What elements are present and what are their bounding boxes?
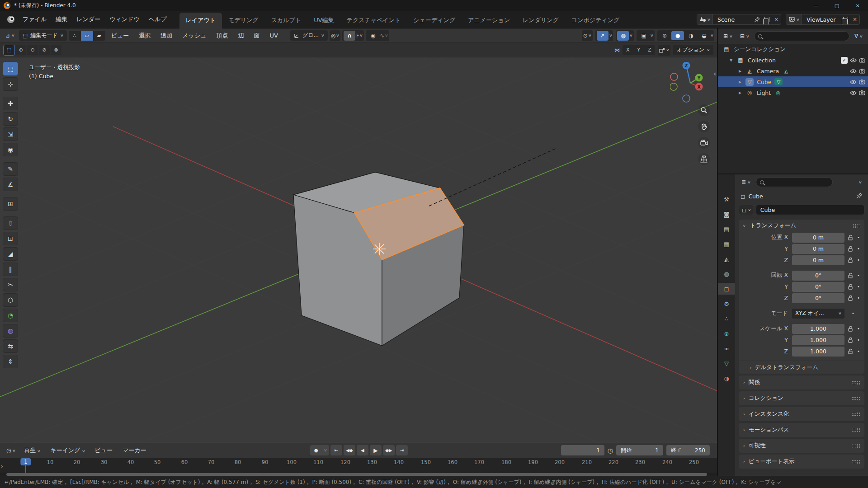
outliner-row[interactable]: ▶ ▽ Cube ▽ xyxy=(718,76,868,87)
lock-toggle[interactable] xyxy=(848,235,853,240)
disable-in-renders-toggle[interactable] xyxy=(859,57,865,63)
snap-toggle[interactable]: ∩ xyxy=(344,31,355,41)
zoom-button[interactable] xyxy=(698,104,710,116)
tool-button[interactable]: ⬡ xyxy=(3,293,18,307)
properties-tab[interactable]: ◙ xyxy=(718,208,735,220)
menu-marker[interactable]: マーカー xyxy=(118,445,151,456)
properties-tab[interactable]: ⚙ xyxy=(718,298,735,310)
current-frame-field[interactable]: 1 xyxy=(561,445,604,455)
workspace-tab[interactable]: コンポジティング xyxy=(565,13,626,28)
tool-button[interactable]: ⬚ xyxy=(3,62,18,75)
outliner-row-scene-collection[interactable]: ▤ シーンコレクション xyxy=(718,44,868,55)
outliner-filter-button[interactable]: ∇∨ xyxy=(852,32,865,41)
drag-handle-icon[interactable] xyxy=(852,224,860,228)
drag-handle-icon[interactable] xyxy=(852,444,860,448)
outliner-editor-type-button[interactable]: ⊞∨ xyxy=(721,32,735,41)
properties-tab[interactable]: ▤ xyxy=(718,223,735,235)
camera-view-button[interactable] xyxy=(698,137,710,149)
outliner-row[interactable]: ▶ ◭ Camera ◭ xyxy=(718,66,868,76)
hide-in-viewport-toggle[interactable] xyxy=(850,58,857,63)
face-select-button[interactable]: ▰ xyxy=(93,31,105,41)
menu-window[interactable]: ウィンドウ xyxy=(105,13,144,26)
blender-app-menu[interactable] xyxy=(4,15,18,24)
menu-edge[interactable]: 辺 xyxy=(234,30,248,42)
workspace-tab[interactable]: レイアウト xyxy=(179,13,222,28)
properties-editor-type-button[interactable]: ≣∨ xyxy=(739,178,753,187)
scene-pin-button[interactable] xyxy=(752,17,762,23)
outliner-search[interactable] xyxy=(754,31,849,41)
outliner-row[interactable]: ▶ ◎ Light ◎ xyxy=(718,87,868,98)
scene-browse-button[interactable]: ∨ xyxy=(697,14,713,24)
breadcrumb-object-name[interactable]: Cube xyxy=(748,193,763,200)
mirror-axis-button[interactable]: Z xyxy=(644,45,655,55)
maximize-button[interactable]: ▢ xyxy=(826,0,847,11)
object-name-field[interactable]: Cube xyxy=(756,205,864,215)
close-button[interactable]: × xyxy=(847,0,868,11)
collapsed-panel-header[interactable]: › 可視性 xyxy=(739,439,864,453)
tool-button[interactable]: ⊞ xyxy=(3,197,18,211)
animate-dot[interactable]: • xyxy=(857,246,860,251)
collection-checkbox[interactable]: ✓ xyxy=(841,57,848,64)
viewlayer-new-copy-button[interactable] xyxy=(841,17,850,22)
scene-unlink-button[interactable]: × xyxy=(772,16,781,23)
hide-in-viewport-toggle[interactable] xyxy=(850,80,857,84)
properties-tab[interactable]: ◍ xyxy=(718,268,735,280)
play-reverse-button[interactable]: ◀ xyxy=(357,445,368,455)
value-slider[interactable]: 0° xyxy=(792,293,844,303)
menu-face[interactable]: 面 xyxy=(250,30,264,42)
properties-tab[interactable]: ∞ xyxy=(718,343,735,354)
timeline-ruler[interactable]: 1020304050607080901001101201301401501601… xyxy=(0,458,717,473)
tool-button[interactable]: ◔ xyxy=(3,309,18,322)
tool-button[interactable]: ↻ xyxy=(3,112,18,126)
value-slider[interactable]: 0° xyxy=(792,282,844,292)
pan-button[interactable] xyxy=(698,121,710,132)
drag-handle-icon[interactable] xyxy=(852,428,860,432)
disable-in-renders-toggle[interactable] xyxy=(859,79,865,84)
select-boolean-mode-button[interactable]: ⊘ xyxy=(39,45,50,55)
collapsed-panel-header[interactable]: › ビューポート表示 xyxy=(739,455,864,469)
mode-dropdown[interactable]: ⬚編集モード∨ xyxy=(19,30,67,41)
menu-file[interactable]: ファイル xyxy=(18,13,51,26)
menu-view[interactable]: ビュー xyxy=(107,30,133,42)
animate-dot[interactable]: • xyxy=(857,284,860,289)
lock-toggle[interactable] xyxy=(848,337,853,343)
menu-keying[interactable]: キーイング ∨ xyxy=(46,445,89,456)
animate-dot[interactable]: • xyxy=(852,311,854,316)
value-slider[interactable]: 0 m xyxy=(792,255,844,265)
properties-tab[interactable]: ⚒ xyxy=(718,193,735,205)
hide-in-viewport-toggle[interactable] xyxy=(850,90,857,95)
frame-start-field[interactable]: 開始1 xyxy=(616,445,663,455)
animate-dot[interactable]: • xyxy=(857,296,860,300)
lock-toggle[interactable] xyxy=(848,257,853,263)
tool-button[interactable]: ✚ xyxy=(3,97,18,110)
disclosure-icon[interactable]: ▶ xyxy=(739,69,743,73)
vertex-select-button[interactable]: ∴ xyxy=(69,31,81,41)
outliner-search-input[interactable] xyxy=(765,33,845,39)
animate-dot[interactable]: • xyxy=(857,258,860,263)
workspace-tab[interactable]: スカルプト xyxy=(265,13,308,28)
timeline-expand-arrow[interactable]: › xyxy=(1,463,3,469)
disclosure-icon[interactable]: ▶ xyxy=(739,80,743,84)
lock-toggle[interactable] xyxy=(848,348,853,354)
lock-toggle[interactable] xyxy=(848,326,853,332)
menu-edit[interactable]: 編集 xyxy=(51,13,72,26)
mirror-axis-button[interactable]: Y xyxy=(633,45,644,55)
value-slider[interactable]: 0 m xyxy=(792,233,844,243)
edge-select-button[interactable]: ▱ xyxy=(81,31,93,41)
current-frame-badge[interactable]: 1 xyxy=(20,458,31,465)
sidebar-collapse-arrow[interactable]: ‹ xyxy=(713,70,716,77)
disable-in-renders-toggle[interactable] xyxy=(859,68,865,74)
viewlayer-remove-button[interactable]: × xyxy=(850,16,859,23)
properties-tab[interactable]: ◻ xyxy=(718,283,735,295)
disclosure-icon[interactable]: ▶ xyxy=(739,91,743,95)
play-button[interactable]: ▶ xyxy=(370,445,382,455)
menu-mesh[interactable]: メッシュ xyxy=(178,30,210,42)
outliner-row[interactable]: ▼ ▤ Collection ✓ xyxy=(718,55,868,66)
pivot-point-dropdown[interactable]: ◎∨ xyxy=(330,30,340,41)
select-boolean-mode-button[interactable]: ⬚ xyxy=(4,45,14,55)
menu-select[interactable]: 選択 xyxy=(135,30,155,42)
tool-button[interactable]: ⇆ xyxy=(3,339,18,353)
tool-button[interactable]: ⊹ xyxy=(3,77,18,91)
hide-in-viewport-toggle[interactable] xyxy=(850,69,857,74)
frame-end-field[interactable]: 終了250 xyxy=(666,445,710,455)
